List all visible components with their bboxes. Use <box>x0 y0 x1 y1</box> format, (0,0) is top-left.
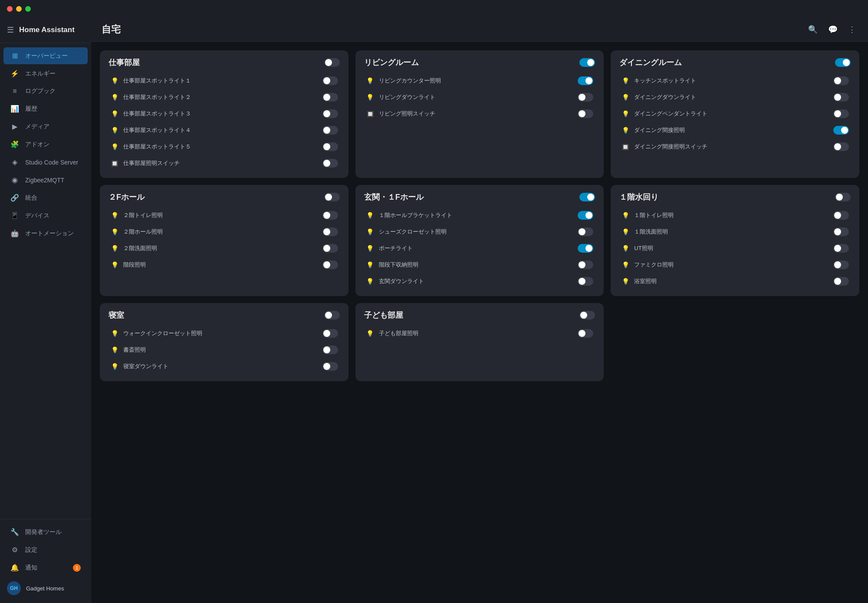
item-label: キッチンスポットライト <box>634 77 829 85</box>
card-title-living: リビングルーム <box>364 57 419 68</box>
item-toggle-genkan-3[interactable] <box>578 260 593 269</box>
list-item[interactable]: 💡ダイニング間接照明 <box>619 122 851 138</box>
item-toggle-dining-0[interactable] <box>833 76 849 85</box>
sidebar-item-settings[interactable]: ⚙ 設定 <box>3 541 88 558</box>
card-toggle-kids[interactable] <box>579 311 595 320</box>
item-toggle-kids-0[interactable] <box>578 329 593 338</box>
sidebar-item-integration[interactable]: 🔗 統合 <box>3 189 88 206</box>
list-item[interactable]: 💡１階ホールブラケットライト <box>364 208 595 223</box>
item-toggle-dining-2[interactable] <box>833 109 849 118</box>
sidebar-item-addons[interactable]: 🧩 アドオン <box>3 136 88 153</box>
list-item[interactable]: 💡仕事部屋スポットライト１ <box>108 73 340 89</box>
item-toggle-shigoto-2[interactable] <box>322 109 338 118</box>
item-toggle-2f-hall-3[interactable] <box>322 260 338 269</box>
sidebar-item-history[interactable]: 📊 履歴 <box>3 100 88 117</box>
list-item[interactable]: 💡ウォークインクローゼット照明 <box>108 326 340 341</box>
list-item[interactable]: 💡シューズクローゼット照明 <box>364 224 595 240</box>
list-item[interactable]: 💡UT照明 <box>619 241 851 256</box>
item-toggle-shigoto-0[interactable] <box>322 76 338 85</box>
list-item[interactable]: 🔲仕事部屋照明スイッチ <box>108 155 340 171</box>
list-item[interactable]: 💡階段照明 <box>108 257 340 273</box>
close-button[interactable] <box>7 6 13 12</box>
sidebar-item-logbook[interactable]: ≡ ログブック <box>3 83 88 99</box>
list-item[interactable]: 💡２階ホール照明 <box>108 224 340 240</box>
list-item[interactable]: 💡子ども部屋照明 <box>364 326 595 341</box>
list-item[interactable]: 💡仕事部屋スポットライト４ <box>108 122 340 138</box>
sidebar-item-overview[interactable]: ⊞ オーバービュー <box>3 47 88 64</box>
list-item[interactable]: 💡キッチンスポットライト <box>619 73 851 89</box>
sidebar-user[interactable]: GH Gadget Homes <box>0 577 91 600</box>
item-toggle-living-0[interactable] <box>578 76 593 85</box>
more-button[interactable]: ⋮ <box>846 23 858 36</box>
item-toggle-1f-water-2[interactable] <box>833 244 849 253</box>
list-item[interactable]: 💡仕事部屋スポットライト５ <box>108 139 340 155</box>
item-toggle-shigoto-4[interactable] <box>322 142 338 151</box>
item-toggle-1f-water-3[interactable] <box>833 260 849 269</box>
item-toggle-genkan-4[interactable] <box>578 277 593 286</box>
sidebar-item-energy[interactable]: ⚡ エネルギー <box>3 65 88 82</box>
list-item[interactable]: 💡寝室ダウンライト <box>108 359 340 374</box>
list-item[interactable]: 💡ダイニングダウンライト <box>619 89 851 105</box>
item-toggle-dining-3[interactable] <box>833 126 849 135</box>
sidebar-item-studio[interactable]: ◈ Studio Code Server <box>3 154 88 171</box>
item-toggle-shigoto-5[interactable] <box>322 159 338 168</box>
list-item[interactable]: 💡１階トイレ照明 <box>619 208 851 223</box>
light-icon: 💡 <box>110 228 119 235</box>
list-item[interactable]: 🔲リビング照明スイッチ <box>364 106 595 122</box>
menu-icon[interactable]: ☰ <box>7 25 14 35</box>
list-item[interactable]: 💡リビングカウンター照明 <box>364 73 595 89</box>
sidebar-item-automation[interactable]: 🤖 オートメーション <box>3 225 88 242</box>
item-toggle-1f-water-0[interactable] <box>833 211 849 220</box>
card-toggle-shigoto[interactable] <box>324 58 340 67</box>
item-toggle-2f-hall-2[interactable] <box>322 244 338 253</box>
list-item[interactable]: 💡２階トイレ照明 <box>108 208 340 223</box>
item-toggle-2f-hall-0[interactable] <box>322 211 338 220</box>
sidebar-item-devtools[interactable]: 🔧 開発者ツール <box>3 524 88 540</box>
light-icon: 💡 <box>366 245 375 252</box>
item-toggle-2f-hall-1[interactable] <box>322 227 338 236</box>
list-item[interactable]: 💡仕事部屋スポットライト２ <box>108 89 340 105</box>
list-item[interactable]: 🔲ダイニング間接照明スイッチ <box>619 139 851 155</box>
card-toggle-living[interactable] <box>579 58 595 67</box>
sidebar-item-notifications[interactable]: 🔔 通知 1 <box>3 559 88 576</box>
titlebar <box>0 0 868 17</box>
search-button[interactable]: 🔍 <box>806 23 819 36</box>
item-toggle-dining-4[interactable] <box>833 142 849 151</box>
list-item[interactable]: 💡１階洗面照明 <box>619 224 851 240</box>
item-toggle-shigoto-1[interactable] <box>322 93 338 102</box>
list-item[interactable]: 💡２階洗面照明 <box>108 241 340 256</box>
item-toggle-shigoto-3[interactable] <box>322 126 338 135</box>
item-toggle-1f-water-4[interactable] <box>833 277 849 286</box>
item-toggle-genkan-2[interactable] <box>578 244 593 253</box>
list-item[interactable]: 💡リビングダウンライト <box>364 89 595 105</box>
list-item[interactable]: 💡書斎照明 <box>108 342 340 358</box>
card-toggle-1f-water[interactable] <box>835 193 851 201</box>
list-item[interactable]: 💡ダイニングペンダントライト <box>619 106 851 122</box>
list-item[interactable]: 💡ポーチライト <box>364 241 595 256</box>
card-toggle-genkan[interactable] <box>579 193 595 201</box>
item-toggle-1f-water-1[interactable] <box>833 227 849 236</box>
item-toggle-genkan-1[interactable] <box>578 227 593 236</box>
chat-button[interactable]: 💬 <box>826 23 839 36</box>
item-toggle-bedroom-0[interactable] <box>322 329 338 338</box>
list-item[interactable]: 💡浴室照明 <box>619 273 851 289</box>
card-toggle-bedroom[interactable] <box>324 311 340 320</box>
list-item[interactable]: 💡玄関ダウンライト <box>364 273 595 289</box>
list-item[interactable]: 💡ファミクロ照明 <box>619 257 851 273</box>
sidebar-item-zigbee[interactable]: ◉ Zigbee2MQTT <box>3 171 88 188</box>
sidebar-item-devices[interactable]: 📱 デバイス <box>3 207 88 224</box>
card-toggle-2f-hall[interactable] <box>324 193 340 201</box>
item-toggle-dining-1[interactable] <box>833 93 849 102</box>
minimize-button[interactable] <box>16 6 22 12</box>
item-toggle-living-1[interactable] <box>578 93 593 102</box>
item-label: 仕事部屋スポットライト３ <box>123 110 318 118</box>
item-toggle-bedroom-2[interactable] <box>322 362 338 371</box>
card-toggle-dining[interactable] <box>835 58 851 67</box>
list-item[interactable]: 💡階段下収納照明 <box>364 257 595 273</box>
maximize-button[interactable] <box>25 6 31 12</box>
sidebar-item-media[interactable]: ▶ メディア <box>3 118 88 135</box>
list-item[interactable]: 💡仕事部屋スポットライト３ <box>108 106 340 122</box>
item-toggle-genkan-0[interactable] <box>578 211 593 220</box>
item-toggle-bedroom-1[interactable] <box>322 346 338 354</box>
item-toggle-living-2[interactable] <box>578 109 593 118</box>
